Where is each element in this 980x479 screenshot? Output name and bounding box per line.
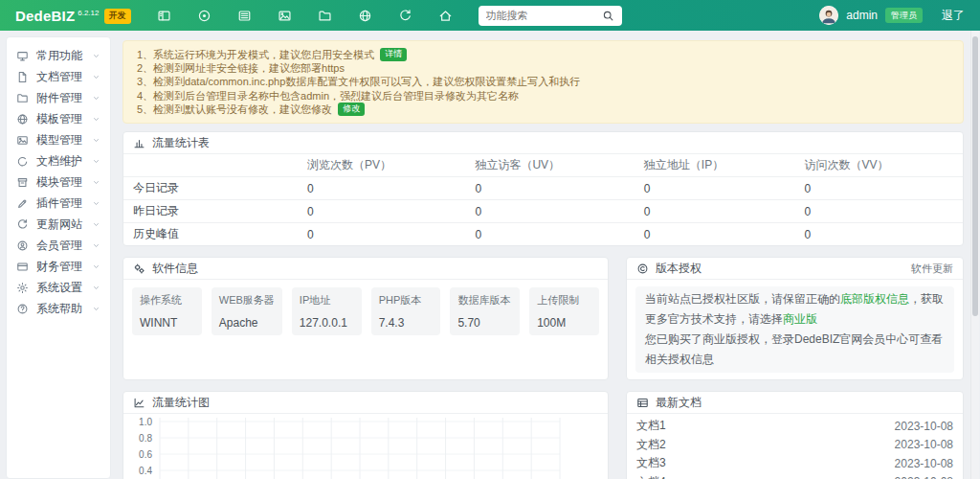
alert-text: 5、检测到默认账号没有修改，建议您修改: [137, 103, 332, 116]
chevron-down-icon: [92, 262, 100, 271]
logout-link[interactable]: 退了: [942, 8, 965, 24]
line-chart-icon: [133, 397, 145, 409]
software-item-label: WEB服务器: [219, 293, 275, 308]
svg-text:0.6: 0.6: [139, 449, 152, 460]
software-item-label: 数据库版本: [457, 293, 512, 308]
sidebar-item-8[interactable]: 插件管理: [7, 193, 110, 214]
alert-line-1: 1、系统运行环境为开发模式，建议您启用安全模式 详情: [137, 48, 949, 61]
alert-line-2: 2、检测到网址非安全链接，建议您部署https: [137, 61, 949, 75]
col-header-empty: [123, 154, 298, 177]
list-item[interactable]: 文档3 2023-10-08: [636, 454, 953, 473]
home-icon[interactable]: [438, 9, 453, 23]
row-value: 0: [795, 177, 963, 200]
alert-action-badge[interactable]: 详情: [380, 48, 407, 60]
license-title: 版本授权: [656, 261, 702, 277]
sidebar-item-2[interactable]: 文档管理: [7, 66, 110, 87]
sidebar-item-label: 模型管理: [36, 132, 84, 148]
header-user-area: admin 管理员 退了: [819, 6, 965, 25]
sidebar-item-9[interactable]: 更新网站: [7, 214, 110, 235]
refresh-icon[interactable]: [398, 9, 412, 23]
sidebar-item-1[interactable]: 常用功能: [7, 45, 110, 66]
sidebar-item-7[interactable]: 模块管理: [7, 171, 110, 193]
list-icon-glyph: [237, 9, 252, 23]
avatar[interactable]: [819, 6, 838, 25]
sidebar-item-label: 系统设置: [36, 280, 84, 296]
list-icon[interactable]: [237, 9, 252, 23]
chevron-down-icon: [92, 94, 100, 103]
sidebar-item-4[interactable]: 模板管理: [7, 108, 110, 129]
refresh-icon: [16, 218, 29, 231]
row-value: 0: [795, 223, 963, 246]
folder-icon[interactable]: [318, 9, 332, 23]
env-badge: 开发: [104, 9, 131, 24]
folder-icon-glyph: [318, 9, 332, 23]
chevron-down-icon: [92, 199, 100, 208]
sidebar-item-10[interactable]: 会员管理: [7, 235, 110, 256]
search-input[interactable]: [486, 10, 602, 21]
alert-text: 3、检测到data/common.inc.php数据库配置文件权限可以写入，建议…: [137, 75, 580, 88]
row-value: 0: [465, 200, 634, 223]
refresh-icon: [16, 218, 29, 231]
main-content: 1、系统运行环境为开发模式，建议您启用安全模式 详情 2、检测到网址非安全链接，…: [122, 31, 964, 479]
sidebar-item-label: 财务管理: [36, 259, 84, 275]
software-update-link[interactable]: 软件更新: [911, 262, 953, 276]
gears-glyph: [133, 262, 145, 275]
vertical-scrollbar[interactable]: [970, 31, 979, 479]
chevron-down-icon: [92, 241, 100, 250]
logo-text: DedeBIZ: [15, 8, 75, 24]
sidebar-item-label: 系统帮助: [36, 301, 84, 317]
sidebar-item-11[interactable]: 财务管理: [7, 256, 110, 277]
software-info-item: 操作系统 WINNT: [132, 287, 202, 335]
logo-version: 6.2.12: [78, 9, 99, 17]
traffic-table-header: 流量统计表: [123, 132, 963, 154]
pen-icon: [16, 197, 29, 210]
logo[interactable]: DedeBIZ 6.2.12 开发: [15, 8, 131, 24]
software-info-title: 软件信息: [152, 261, 198, 277]
software-info-body: 操作系统 WINNT WEB服务器 Apache IP地址 127.0.0.1 …: [123, 280, 608, 343]
bar-chart-icon: [133, 137, 145, 149]
software-info-item: WEB服务器 Apache: [212, 287, 282, 335]
table-row: 历史峰值 0000: [123, 223, 963, 246]
search-box[interactable]: [479, 6, 622, 26]
sidebar-item-3[interactable]: 附件管理: [7, 87, 110, 108]
list-item[interactable]: 文档1 2023-10-08: [636, 417, 953, 436]
sidebar-item-13[interactable]: 系统帮助: [7, 298, 110, 319]
sidebar-item-6[interactable]: 文档维护: [7, 150, 110, 171]
alert-text: 4、检测到后台管理目录名称中包含admin，强烈建议后台管理目录修改为其它名称: [137, 89, 519, 103]
col-header: 浏览次数（PV）: [298, 154, 465, 177]
gears-icon: [133, 262, 145, 275]
list-item[interactable]: 文档4 2023-10-08: [636, 473, 953, 479]
monitor-icon: [16, 50, 29, 62]
software-info-item: IP地址 127.0.0.1: [292, 287, 362, 335]
globe-icon[interactable]: [358, 9, 372, 23]
row-value: 0: [298, 200, 465, 223]
latest-docs-header: 最新文档: [627, 392, 963, 414]
chevron-down-icon: [92, 199, 100, 208]
user-icon: [16, 240, 29, 252]
col-header: 独立地址（IP）: [635, 154, 795, 177]
sidebar-item-5[interactable]: 模型管理: [7, 129, 110, 150]
chevron-down-icon: [92, 73, 100, 81]
chevron-down-icon: [92, 52, 100, 60]
license-link[interactable]: 底部版权信息: [840, 292, 909, 306]
chevron-down-icon: [92, 220, 100, 229]
dot-circle-icon[interactable]: [197, 9, 212, 23]
alert-action-badge[interactable]: 修改: [338, 103, 365, 115]
row-value: 0: [298, 223, 465, 246]
sidebar-item-12[interactable]: 系统设置: [7, 277, 110, 298]
col-header: 访问次数（VV）: [795, 154, 963, 177]
image-chart-icon[interactable]: [278, 9, 292, 23]
image-icon: [16, 134, 29, 147]
card-icon: [16, 261, 29, 273]
list-item[interactable]: 文档2 2023-10-08: [636, 436, 953, 455]
alert-line-5: 5、检测到默认账号没有修改，建议您修改 修改: [137, 103, 949, 116]
line-chart-glyph: [133, 397, 145, 409]
sidebar-toggle-icon[interactable]: [157, 9, 171, 23]
chevron-down-icon: [92, 73, 100, 81]
scrollbar-thumb[interactable]: [972, 36, 978, 316]
license-link[interactable]: 商业版: [783, 312, 817, 326]
globe-icon: [16, 113, 29, 125]
latest-docs-title: 最新文档: [656, 395, 702, 411]
chevron-down-icon: [92, 52, 100, 60]
search-icon[interactable]: [602, 10, 614, 22]
